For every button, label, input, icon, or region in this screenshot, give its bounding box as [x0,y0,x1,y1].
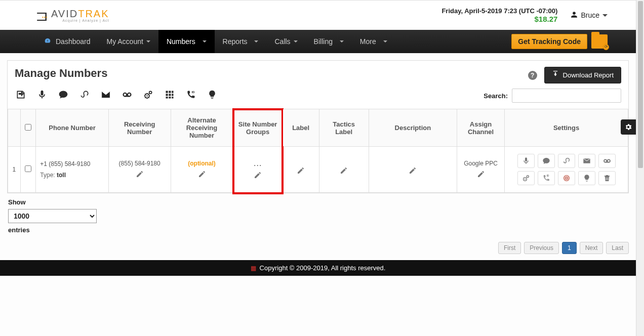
ear-icon[interactable] [78,90,91,102]
user-name: Bruce [581,11,599,19]
col-tactics-label[interactable]: Tactics Label [319,109,369,147]
user-menu[interactable]: Bruce [571,11,608,20]
edit-icon[interactable] [297,166,305,176]
footer: ▦Copyright © 2009-2019, All rights reser… [0,260,636,276]
col-settings[interactable]: Settings [505,109,628,147]
nav-billing[interactable]: Billing [306,30,352,53]
page-number-button[interactable]: 1 [562,242,577,254]
caret-down-icon [340,40,344,43]
bulb-icon[interactable] [206,90,218,102]
svg-rect-14 [172,97,173,98]
cell-phone-number: +1 (855) 584-9180 Type: toll [36,147,108,193]
nav-numbers[interactable]: Numbers [158,30,215,53]
col-alternate-receiving[interactable]: Alternate Receiving Number [171,109,233,147]
folder-badge-icon: ⟳ [603,44,609,50]
row-index: 1 [8,147,21,193]
side-settings-gear-icon[interactable] [621,119,636,135]
svg-point-21 [527,176,529,178]
cell-channel: Google PPC [457,147,504,193]
forward-icon[interactable] [15,90,27,102]
phone-type-label: Type: [40,172,57,179]
channel-value: Google PPC [461,160,500,167]
microphone-icon[interactable] [36,90,48,102]
site-groups-value: ... [237,159,278,168]
caret-down-icon [146,40,150,43]
edit-icon[interactable] [340,166,348,176]
entries-label: entries [8,226,629,234]
edit-icon[interactable] [198,170,206,180]
caret-down-icon [602,14,608,17]
cell-site-groups: ... [233,147,283,193]
setting-ear-icon[interactable] [558,154,575,168]
row-checkbox[interactable] [25,165,31,172]
page-next-button[interactable]: Next [580,242,603,254]
help-icon[interactable]: ? [528,71,537,80]
cell-label [283,147,319,193]
col-checkbox [20,109,36,147]
setting-voicemail-icon[interactable] [598,154,616,168]
scrollbar-track[interactable] [636,0,644,336]
nav-numbers-label: Numbers [167,37,195,46]
download-report-button[interactable]: Download Report [544,67,621,83]
svg-rect-8 [172,91,173,93]
table-row: 1 +1 (855) 584-9180 Type: toll (855) 584… [8,147,628,193]
datetime-text: Friday, April-5-2019 7:23 (UTC -07:00) [441,7,557,15]
receiving-number-value: (855) 584-9180 [113,160,167,167]
setting-gears-icon[interactable] [517,171,535,185]
callerid-icon[interactable]: ID [185,90,197,102]
select-all-checkbox[interactable] [25,124,31,131]
setting-chat-icon[interactable] [538,154,555,168]
logo-text-accent: TRAK [78,8,109,19]
nav-my-account[interactable]: My Account [99,30,158,53]
nav-dashboard[interactable]: Dashboard [35,30,99,53]
table-controls: Show 1000 entries [7,193,629,239]
setting-target-icon[interactable] [558,171,575,185]
edit-icon[interactable] [136,170,144,180]
setting-microphone-icon[interactable] [517,154,535,168]
scrollbar-thumb[interactable] [638,1,643,168]
svg-point-4 [146,95,148,97]
search-input[interactable] [512,89,621,103]
col-site-number-groups[interactable]: Site Number Groups [233,109,283,147]
cell-description [369,147,457,193]
svg-text:ID: ID [192,90,195,93]
get-tracking-code-button[interactable]: Get Tracking Code [511,34,587,49]
col-receiving-number[interactable]: Receiving Number [108,109,171,147]
page-first-button[interactable]: First [498,242,521,254]
nav-calls-label: Calls [274,37,290,46]
entries-select[interactable]: 1000 [8,209,97,223]
edit-icon[interactable] [254,171,262,181]
logo[interactable]: ⊐••• AVIDTRAK Acquire | Analyze | Act [35,7,109,24]
setting-bulb-icon[interactable] [578,171,595,185]
email-icon[interactable] [100,90,112,102]
pagination: First Previous 1 Next Last [7,242,629,254]
nav-reports[interactable]: Reports [215,30,267,53]
chat-icon[interactable] [57,90,69,102]
setting-callerid-icon[interactable]: ID [538,171,555,185]
nav-more[interactable]: More [352,30,395,53]
edit-icon[interactable] [477,170,485,180]
col-description[interactable]: Description [369,109,457,147]
folder-icon[interactable]: ⟳ [591,34,608,49]
alternate-value: (optional) [175,160,229,167]
page-last-button[interactable]: Last [606,242,629,254]
col-assign-channel[interactable]: Assign Channel [457,109,504,147]
search-label: Search: [484,92,508,100]
gears-icon[interactable] [142,90,154,102]
nav-my-account-label: My Account [107,37,143,46]
balance-amount: $18.27 [441,15,557,23]
nav-calls[interactable]: Calls [266,30,305,53]
svg-rect-10 [169,94,171,96]
svg-point-25 [566,178,567,179]
edit-icon[interactable] [409,166,417,176]
page-title: Manage Numbers [15,67,107,80]
grid-icon[interactable] [164,90,176,102]
voicemail-icon[interactable] [121,90,133,102]
setting-email-icon[interactable] [578,154,595,168]
col-phone-number[interactable]: Phone Number [36,109,108,147]
setting-delete-icon[interactable] [598,171,616,185]
col-label[interactable]: Label [283,109,319,147]
page-previous-button[interactable]: Previous [524,242,559,254]
navbar: Dashboard My Account Numbers Reports Cal… [0,30,636,53]
numbers-table: Phone Number Receiving Number Alternate … [8,109,628,193]
